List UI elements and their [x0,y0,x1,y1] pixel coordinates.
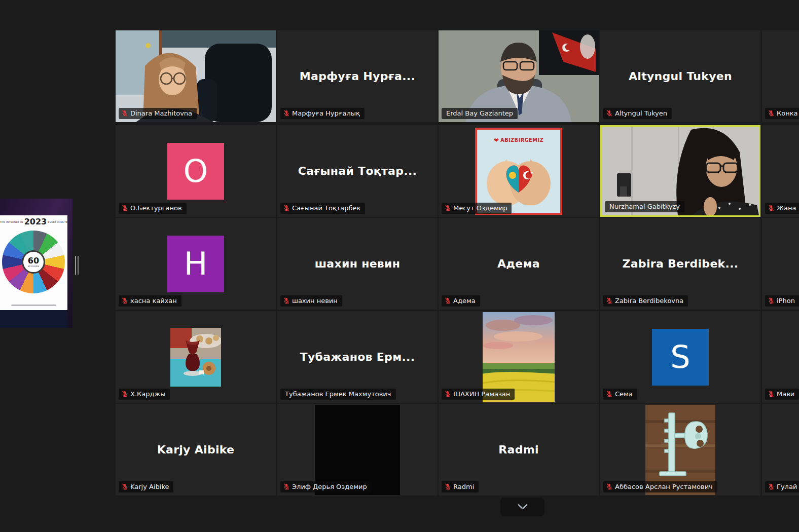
participant-name-label: Конка [765,108,799,119]
participant-name-label: iPhon [765,295,799,307]
participant-tile[interactable]: Мави [762,311,799,403]
participant-name-label: Сема [603,389,637,400]
participant-tile[interactable]: Сағынай Тоқтар... Сағынай Тоқтарбек [277,125,438,217]
participant-tile[interactable]: Altyngul Tukyen Altyngul Tukyen [600,30,760,122]
participant-name-label: Zabira Berdibekovna [603,295,688,307]
internet-minute-wheel: 60 SECONDS [2,231,65,293]
participant-tile[interactable]: O О.Бектурганов [116,125,276,217]
mic-off-icon [445,297,451,304]
participant-name-label: Сағынай Тоқтарбек [280,203,365,214]
participant-name-label: Гулай [765,481,799,492]
mic-off-icon [768,205,774,211]
participant-name-label: Марфуға Нурғалық [280,108,365,119]
participant-name-label: Элиф Дерья Оздемир [280,481,372,492]
mic-off-icon [122,297,128,304]
mic-off-icon [122,110,128,117]
collapse-gallery-button[interactable] [500,498,544,516]
participant-tile[interactable]: S Сема [600,311,760,403]
participant-avatar: H [167,236,224,292]
meeting-window: Dinara Mazhitovna Марфуға Нурға... Марфу… [0,0,799,532]
participant-name-label: Radmi [442,481,479,492]
participant-name-label: Тубажанов Ермек Махмутович [280,389,396,400]
participant-tile[interactable]: Karjy Aibike Karjy Aibike [116,404,276,496]
participant-name-label: О.Бектурганов [119,203,187,214]
participant-tile[interactable]: ❤ ABIZBIRGEMIZ Месут Оздемир [439,125,599,217]
mic-off-icon [122,205,128,211]
shared-screen-panel[interactable]: THE INTERNET IN 2023 EVERY MINUTE 60 SEC… [0,199,72,328]
profile-image-hearts: ❤ ABIZBIRGEMIZ [475,128,562,215]
mic-off-icon [768,391,774,397]
participant-name-label: Месут Оздемир [442,203,512,214]
participant-tile[interactable]: iPhon [762,218,799,310]
mic-off-icon [768,483,774,490]
participant-name-label: Х.Карджы [119,389,170,400]
participant-name-label: шахин невин [280,295,342,307]
mic-off-icon [283,110,289,117]
participant-name-label: Мави [765,389,799,400]
participant-name-label: Жана [765,203,799,214]
participant-tile[interactable]: H хасна кайхан [116,218,276,310]
participant-tile[interactable]: Dinara Mazhitovna [116,30,276,122]
participant-tile-active-speaker[interactable]: Nurzhamal Gabitkyzy [600,125,760,217]
infographic-title: THE INTERNET IN 2023 EVERY MINUTE [0,218,67,226]
mic-off-icon [122,483,128,490]
profile-image-tea [170,328,221,387]
mic-off-icon [283,297,289,304]
participant-name-label: ШАХИН Рамазан [442,389,515,400]
shared-screen-footer [0,310,67,328]
participant-name-label: Адема [442,295,480,307]
participant-avatar: O [167,143,224,200]
card-logo: ❤ ABIZBIRGEMIZ [494,137,543,144]
participant-name-label: Karjy Aibike [119,481,173,492]
mic-off-icon [606,110,612,117]
chevron-down-icon [517,504,529,510]
participant-tile[interactable]: Элиф Дерья Оздемир [277,404,438,496]
mic-off-icon [122,391,128,397]
mic-off-icon [445,205,451,211]
participant-tile[interactable]: Гулай [762,404,799,496]
participant-avatar: S [652,329,709,386]
mic-off-icon [606,297,612,304]
mic-off-icon [445,391,451,397]
participant-name-label: хасна кайхан [119,295,181,307]
mic-off-icon [445,483,451,490]
participant-tile[interactable]: Erdal Bay Gaziantep [439,30,599,122]
participant-tile[interactable]: шахин невин шахин невин [277,218,438,310]
participant-tile[interactable]: Адема Адема [439,218,599,310]
participant-name-label: Аббасов Арслан Рустамович [603,481,717,492]
infographic-card: THE INTERNET IN 2023 EVERY MINUTE 60 SEC… [0,215,67,310]
heart-icon: ❤ [494,137,499,144]
participant-tile[interactable]: ШАХИН Рамазан [439,311,599,403]
mic-off-icon [283,483,289,490]
participant-tile[interactable]: Тубажанов Ерм... Тубажанов Ермек Махмуто… [277,311,438,403]
participant-name-label: Altyngul Tukyen [603,108,672,119]
participant-tile[interactable]: Марфуға Нурға... Марфуға Нурғалық [277,30,438,122]
wheel-center-badge: 60 SECONDS [22,250,45,274]
mic-off-icon [283,205,289,211]
participant-tile[interactable]: Конка [762,30,799,122]
participant-tile[interactable]: Х.Карджы [116,311,276,403]
participant-tile[interactable]: Radmi Radmi [439,404,599,496]
participant-name-label: Nurzhamal Gabitkyzy [605,201,684,212]
mic-off-icon [606,483,612,490]
participant-tile[interactable]: Аббасов Арслан Рустамович [600,404,760,496]
participant-tile[interactable]: Жана [762,125,799,217]
participant-name-label: Erdal Bay Gaziantep [442,108,518,119]
mic-off-icon [768,110,774,117]
participant-name-label: Dinara Mazhitovna [119,108,197,119]
panel-resize-handle[interactable] [75,256,79,275]
mic-off-icon [606,391,612,397]
mic-off-icon [768,297,774,304]
participant-tile[interactable]: Zabira Berdibek... Zabira Berdibekovna [600,218,760,310]
infographic-caption [11,305,56,306]
hands-holding-heart-graphic [481,144,557,205]
